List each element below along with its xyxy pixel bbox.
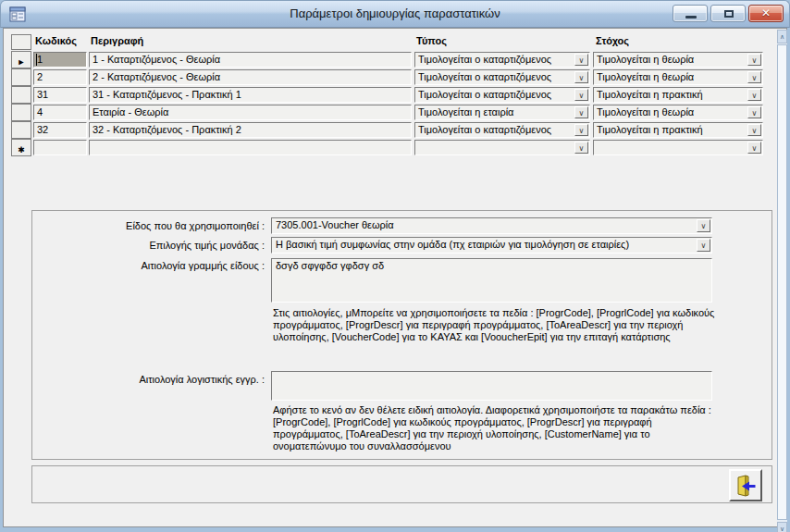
grid-header-target: Στόχος bbox=[596, 35, 629, 50]
cell-target-combo[interactable]: Τιμολογείται η θεωρία∨ bbox=[593, 69, 763, 85]
chevron-down-icon[interactable]: ∨ bbox=[697, 239, 710, 252]
cell-target-combo[interactable]: Τιμολογείται η θεωρία∨ bbox=[593, 52, 763, 68]
chevron-down-icon[interactable]: ∨ bbox=[747, 71, 761, 83]
ledger-reason-label: Αιτιολογία λογιστικής εγγρ. : bbox=[139, 374, 265, 385]
item-type-label: Είδος που θα χρησιμοποιηθεί : bbox=[126, 220, 265, 231]
grid-header-type: Τύπος bbox=[416, 35, 447, 50]
grid-header-code: Κωδικός bbox=[35, 35, 77, 50]
chevron-down-icon[interactable]: ∨ bbox=[574, 54, 588, 66]
cell-descr[interactable]: 2 - Καταρτιζόμενος - Θεωρία bbox=[89, 69, 412, 85]
new-record-icon: ✱ bbox=[18, 145, 25, 155]
close-icon: ✕ bbox=[749, 6, 783, 19]
detail-panel: Είδος που θα χρησιμοποιηθεί : 7305.001-V… bbox=[31, 210, 772, 460]
record-selector[interactable] bbox=[11, 121, 31, 139]
close-button[interactable]: ✕ bbox=[748, 5, 784, 22]
chevron-down-icon[interactable]: ∨ bbox=[574, 71, 588, 83]
chevron-down-icon[interactable]: ∨ bbox=[747, 124, 761, 136]
scrollbar-thumb[interactable] bbox=[777, 44, 787, 520]
cell-code[interactable] bbox=[33, 140, 87, 155]
cell-target-combo[interactable]: Τιμολογείται η πρακτική∨ bbox=[593, 122, 763, 138]
cell-descr[interactable]: Εταιρία - Θεωρία bbox=[89, 105, 412, 120]
line-reason-textarea[interactable]: δσγδ σφγφδσ γφδσγ σδ bbox=[271, 258, 712, 303]
ledger-reason-help: Αφήστε το κενό αν δεν θέλετε ειδική αιτι… bbox=[273, 404, 719, 452]
chevron-down-icon[interactable]: ∨ bbox=[697, 219, 710, 232]
cell-descr[interactable]: 32 - Καταρτιζόμενος - Πρακτική 2 bbox=[89, 122, 412, 138]
cell-descr[interactable]: 1 - Καταρτιζόμενος - Θεωρία bbox=[89, 52, 412, 68]
record-selector[interactable] bbox=[11, 86, 31, 104]
line-reason-help: Στις αιτιολογίες, μΜπορείτε να χρησιμοπο… bbox=[273, 307, 719, 343]
unit-price-combo[interactable]: Η βασική τιμή συμφωνίας στην ομάδα (πχ ε… bbox=[271, 237, 712, 254]
window-title: Παράμετροι δημιουργίας παραστατικών bbox=[1, 6, 789, 20]
grid-selector-header bbox=[11, 34, 31, 50]
form-window: Παράμετροι δημιουργίας παραστατικών ✕ Κω… bbox=[0, 0, 790, 532]
chevron-down-icon[interactable]: ∨ bbox=[747, 106, 761, 118]
cell-type-combo[interactable]: Τιμολογείται ο καταρτιζόμενος∨ bbox=[414, 87, 590, 103]
chevron-down-icon[interactable]: ∨ bbox=[574, 142, 588, 154]
chevron-down-icon[interactable]: ∨ bbox=[574, 89, 588, 101]
scroll-down-icon[interactable]: ∨ bbox=[777, 522, 787, 532]
cell-target-combo[interactable]: Τιμολογείται η θεωρία∨ bbox=[593, 105, 763, 120]
cell-type-combo[interactable]: Τιμολογείται ο καταρτιζόμενος∨ bbox=[414, 122, 590, 138]
current-record-icon: ► bbox=[18, 57, 26, 67]
chevron-down-icon[interactable]: ∨ bbox=[747, 54, 761, 66]
scroll-up-icon[interactable]: ∧ bbox=[777, 30, 787, 43]
record-selector[interactable] bbox=[11, 104, 31, 121]
cell-code[interactable]: 2 bbox=[33, 69, 87, 85]
item-type-combo[interactable]: 7305.001-Voucher θεωρία∨ bbox=[271, 217, 712, 234]
form-client-area: Κωδικός Περιγραφή Τύπος Στόχος ► 1 1 - Κ… bbox=[3, 28, 787, 527]
restore-button[interactable] bbox=[710, 5, 746, 22]
record-selector[interactable]: ✱ bbox=[11, 139, 31, 156]
cell-type-combo[interactable]: Τιμολογείται η εταιρία∨ bbox=[414, 105, 590, 120]
exit-button[interactable] bbox=[729, 469, 762, 501]
cell-type-combo[interactable]: Τιμολογείται ο καταρτιζόμενος∨ bbox=[414, 52, 590, 68]
text-cursor bbox=[36, 54, 37, 66]
cell-descr[interactable] bbox=[89, 140, 412, 155]
chevron-down-icon[interactable]: ∨ bbox=[574, 124, 588, 136]
cell-target-combo[interactable]: ∨ bbox=[593, 140, 763, 155]
vertical-scrollbar[interactable]: ∧ ∨ bbox=[777, 30, 787, 532]
restore-icon bbox=[724, 10, 734, 18]
cell-type-combo[interactable]: ∨ bbox=[414, 140, 590, 155]
minimize-button[interactable] bbox=[673, 5, 708, 22]
grid-header-descr: Περιγραφή bbox=[91, 35, 143, 50]
cell-code[interactable]: 31 bbox=[33, 87, 87, 103]
cell-code[interactable]: 4 bbox=[33, 105, 87, 120]
unit-price-label: Επιλογής τιμής μονάδας : bbox=[149, 240, 265, 251]
chevron-down-icon[interactable]: ∨ bbox=[574, 106, 588, 118]
record-selector[interactable]: ► bbox=[11, 51, 31, 68]
cell-target-combo[interactable]: Τιμολογείται η πρακτική∨ bbox=[593, 87, 763, 103]
cell-descr[interactable]: 31 - Καταρτιζόμενος - Πρακτική 1 bbox=[89, 87, 412, 103]
ledger-reason-textarea[interactable] bbox=[271, 371, 712, 401]
chevron-down-icon[interactable]: ∨ bbox=[747, 142, 761, 154]
exit-door-icon bbox=[734, 484, 757, 500]
line-reason-label: Αιτιολογία γραμμής είδους : bbox=[141, 260, 265, 271]
cell-code[interactable]: 32 bbox=[33, 122, 87, 138]
record-selector[interactable] bbox=[11, 68, 31, 86]
button-panel bbox=[31, 465, 772, 503]
minimize-icon bbox=[685, 16, 697, 19]
titlebar: Παράμετροι δημιουργίας παραστατικών ✕ bbox=[0, 0, 790, 28]
cell-code[interactable]: 1 bbox=[33, 52, 87, 68]
chevron-down-icon[interactable]: ∨ bbox=[747, 89, 761, 101]
cell-type-combo[interactable]: Τιμολογείται ο καταρτιζόμενος∨ bbox=[414, 69, 590, 85]
